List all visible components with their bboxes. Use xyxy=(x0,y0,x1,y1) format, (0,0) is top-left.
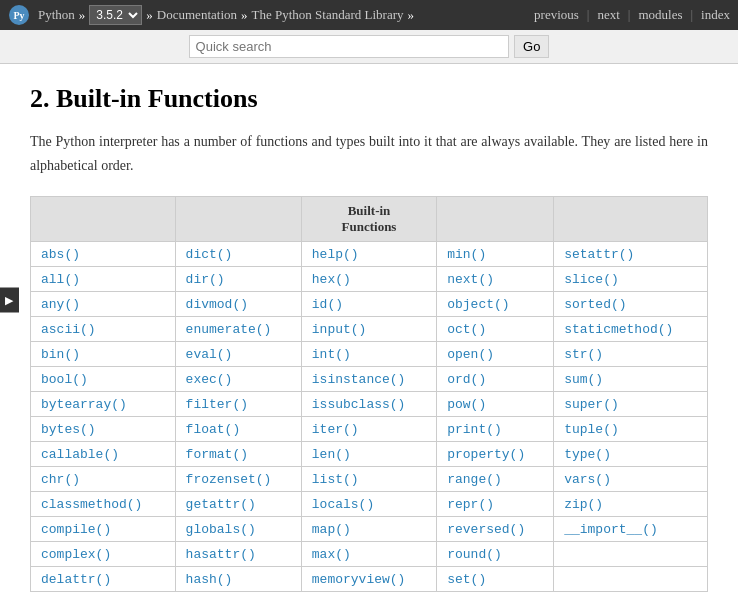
function-link[interactable]: help() xyxy=(312,247,359,262)
function-link[interactable]: reversed() xyxy=(447,522,525,537)
function-link[interactable]: abs() xyxy=(41,247,80,262)
function-link[interactable]: tuple() xyxy=(564,422,619,437)
function-link[interactable]: pow() xyxy=(447,397,486,412)
documentation-link[interactable]: Documentation xyxy=(157,7,237,23)
function-link[interactable]: next() xyxy=(447,272,494,287)
function-link[interactable]: isinstance() xyxy=(312,372,406,387)
function-link[interactable]: bytes() xyxy=(41,422,96,437)
function-link[interactable]: filter() xyxy=(186,397,248,412)
function-link[interactable]: id() xyxy=(312,297,343,312)
table-cell: any() xyxy=(31,291,176,316)
function-link[interactable]: staticmethod() xyxy=(564,322,673,337)
function-link[interactable]: oct() xyxy=(447,322,486,337)
function-link[interactable]: set() xyxy=(447,572,486,587)
function-link[interactable]: issubclass() xyxy=(312,397,406,412)
function-link[interactable]: setattr() xyxy=(564,247,634,262)
table-cell: bytearray() xyxy=(31,391,176,416)
version-select[interactable]: 3.5.2 3.6 3.4 xyxy=(89,5,142,25)
function-link[interactable]: super() xyxy=(564,397,619,412)
table-cell: sorted() xyxy=(554,291,708,316)
search-button[interactable]: Go xyxy=(514,35,549,58)
previous-link[interactable]: previous xyxy=(534,7,579,23)
function-link[interactable]: str() xyxy=(564,347,603,362)
function-link[interactable]: max() xyxy=(312,547,351,562)
modules-link[interactable]: modules xyxy=(638,7,682,23)
function-link[interactable]: round() xyxy=(447,547,502,562)
table-cell xyxy=(554,541,708,566)
function-link[interactable]: property() xyxy=(447,447,525,462)
function-link[interactable]: sorted() xyxy=(564,297,626,312)
function-link[interactable]: vars() xyxy=(564,472,611,487)
function-link[interactable]: int() xyxy=(312,347,351,362)
table-cell: list() xyxy=(301,466,436,491)
table-cell: hasattr() xyxy=(175,541,301,566)
function-link[interactable]: print() xyxy=(447,422,502,437)
function-link[interactable]: callable() xyxy=(41,447,119,462)
function-link[interactable]: any() xyxy=(41,297,80,312)
function-link[interactable]: list() xyxy=(312,472,359,487)
function-link[interactable]: chr() xyxy=(41,472,80,487)
function-link[interactable]: range() xyxy=(447,472,502,487)
col-header-5 xyxy=(554,196,708,241)
search-input[interactable] xyxy=(189,35,509,58)
table-cell: exec() xyxy=(175,366,301,391)
function-link[interactable]: locals() xyxy=(312,497,374,512)
next-link[interactable]: next xyxy=(597,7,619,23)
function-link[interactable]: hex() xyxy=(312,272,351,287)
table-row: any()divmod()id()object()sorted() xyxy=(31,291,708,316)
table-cell: delattr() xyxy=(31,566,176,591)
function-link[interactable]: compile() xyxy=(41,522,111,537)
function-link[interactable]: repr() xyxy=(447,497,494,512)
function-link[interactable]: frozenset() xyxy=(186,472,272,487)
function-link[interactable]: len() xyxy=(312,447,351,462)
function-link[interactable]: ord() xyxy=(447,372,486,387)
function-link[interactable]: object() xyxy=(447,297,509,312)
table-cell: ascii() xyxy=(31,316,176,341)
function-link[interactable]: float() xyxy=(186,422,241,437)
nav-sep1: | xyxy=(587,7,590,23)
side-tab[interactable]: ▶ xyxy=(0,287,19,312)
function-link[interactable]: eval() xyxy=(186,347,233,362)
function-link[interactable]: input() xyxy=(312,322,367,337)
nav-right: previous | next | modules | index xyxy=(534,7,730,23)
function-link[interactable]: getattr() xyxy=(186,497,256,512)
table-cell: next() xyxy=(437,266,554,291)
function-link[interactable]: min() xyxy=(447,247,486,262)
function-link[interactable]: memoryview() xyxy=(312,572,406,587)
function-link[interactable]: dir() xyxy=(186,272,225,287)
table-cell xyxy=(554,566,708,591)
function-link[interactable]: enumerate() xyxy=(186,322,272,337)
function-link[interactable]: globals() xyxy=(186,522,256,537)
table-cell: bool() xyxy=(31,366,176,391)
function-link[interactable]: __import__() xyxy=(564,522,658,537)
function-link[interactable]: exec() xyxy=(186,372,233,387)
nav-sep3: | xyxy=(691,7,694,23)
function-link[interactable]: delattr() xyxy=(41,572,111,587)
function-link[interactable]: bytearray() xyxy=(41,397,127,412)
function-link[interactable]: slice() xyxy=(564,272,619,287)
stdlib-link[interactable]: The Python Standard Library xyxy=(252,7,404,23)
function-link[interactable]: sum() xyxy=(564,372,603,387)
function-link[interactable]: classmethod() xyxy=(41,497,142,512)
function-link[interactable]: zip() xyxy=(564,497,603,512)
function-link[interactable]: all() xyxy=(41,272,80,287)
function-link[interactable]: complex() xyxy=(41,547,111,562)
table-cell: vars() xyxy=(554,466,708,491)
function-link[interactable]: type() xyxy=(564,447,611,462)
function-link[interactable]: map() xyxy=(312,522,351,537)
function-link[interactable]: divmod() xyxy=(186,297,248,312)
index-link[interactable]: index xyxy=(701,7,730,23)
function-link[interactable]: bool() xyxy=(41,372,88,387)
function-link[interactable]: format() xyxy=(186,447,248,462)
function-link[interactable]: bin() xyxy=(41,347,80,362)
function-link[interactable]: iter() xyxy=(312,422,359,437)
function-link[interactable]: hasattr() xyxy=(186,547,256,562)
function-link[interactable]: hash() xyxy=(186,572,233,587)
function-link[interactable]: open() xyxy=(447,347,494,362)
table-cell: int() xyxy=(301,341,436,366)
table-cell: pow() xyxy=(437,391,554,416)
function-link[interactable]: ascii() xyxy=(41,322,96,337)
python-link[interactable]: Python xyxy=(38,7,75,23)
table-cell: map() xyxy=(301,516,436,541)
function-link[interactable]: dict() xyxy=(186,247,233,262)
